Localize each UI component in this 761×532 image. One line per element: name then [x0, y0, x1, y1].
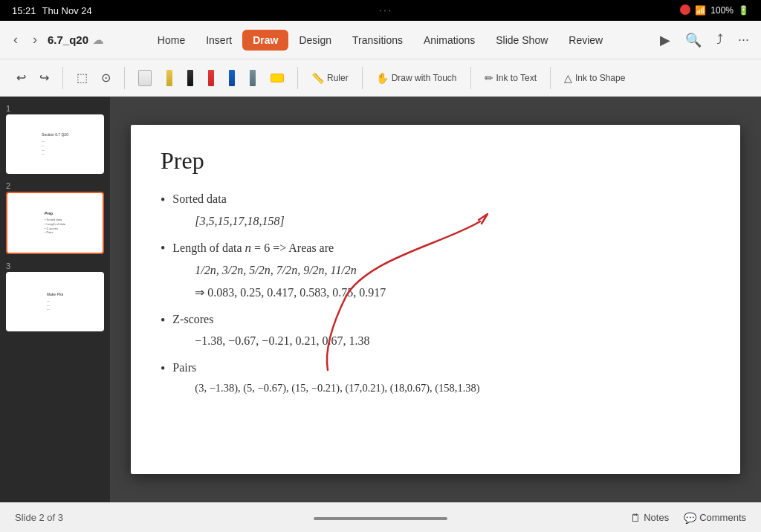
ruler-icon: 📏 [311, 72, 324, 84]
slide-thumb-1-text: Section 6.7 Q20 ———— [39, 129, 71, 158]
date-display: Thu Nov 24 [42, 5, 92, 16]
redo-icon: ↪ [39, 71, 49, 85]
pencil-icon [166, 70, 172, 86]
status-bar: 15:21 Thu Nov 24 ··· 📶 100% 🔋 [0, 0, 761, 21]
draw-toolbar: ↩ ↪ ⬚ ⊙ 📏 Ruler ✋ Dr [0, 59, 761, 97]
tab-slideshow[interactable]: Slide Show [485, 30, 558, 51]
undo-button[interactable]: ↩ [12, 68, 30, 88]
slide-num-2: 2 [6, 181, 10, 190]
slide-num-3: 3 [6, 262, 10, 270]
slide-body: • Sorted data [3,5,15,17,18,158] • Lengt… [161, 189, 710, 398]
draw-with-touch-button[interactable]: ✋ Draw with Touch [372, 69, 462, 87]
bullet-dot-4: • [161, 358, 165, 380]
sorted-data-label: Sorted data [172, 192, 226, 205]
zscores-math: −1.38, −0.67, −0.21, 0.21, 0.67, 1.38 [195, 331, 369, 351]
ink-shape-icon: △ [564, 72, 572, 84]
red-pen-icon [208, 70, 214, 86]
touch-icon: ✋ [376, 72, 389, 84]
tab-draw[interactable]: Draw [242, 30, 288, 51]
red-pen-tool[interactable] [204, 67, 218, 89]
time-display: 15:21 [12, 5, 36, 16]
divider-1 [62, 67, 63, 89]
length-math-2: ⇒ 0.083, 0.25, 0.417, 0.583, 0.75, 0.917 [195, 283, 386, 302]
length-equals: = 6 => Areas are [251, 241, 334, 254]
share-button[interactable]: ⤴ [713, 29, 726, 51]
bottom-right: 🗒 Notes 💬 Comments [630, 512, 746, 524]
undo-icon: ↩ [16, 71, 26, 85]
tab-home[interactable]: Home [147, 30, 195, 51]
notes-button[interactable]: 🗒 Notes [630, 512, 669, 524]
slide-panel: 1 Section 6.7 Q20 ———— 2 Prep • Sorted d… [0, 97, 110, 502]
selection-icon: ⬚ [77, 71, 88, 85]
tab-design[interactable]: Design [288, 30, 342, 51]
pairs-label: Pairs [172, 361, 196, 374]
tab-transitions[interactable]: Transitions [342, 30, 413, 51]
play-button[interactable]: ▶ [657, 29, 673, 51]
pairs-math: (3, −1.38), (5, −0.67), (15, −0.21), (17… [195, 380, 479, 397]
pencil-tool[interactable] [162, 67, 177, 89]
bullet-dot-3: • [161, 310, 165, 331]
slide-thumb-3[interactable]: Make Plot ——— [6, 272, 104, 331]
cloud-icon: ☁ [93, 34, 103, 46]
slide-num-1: 1 [6, 104, 10, 113]
more-button[interactable]: ··· [735, 29, 752, 51]
slide-thumb-2[interactable]: Prep • Sorted data• Length of data• Z-sc… [6, 192, 104, 254]
slide-title: Prep [161, 147, 710, 175]
comments-icon: 💬 [684, 512, 696, 524]
tab-insert[interactable]: Insert [195, 30, 242, 51]
comments-button[interactable]: 💬 Comments [684, 512, 746, 524]
redo-button[interactable]: ↪ [35, 68, 54, 88]
bullet-dot-1: • [161, 189, 165, 211]
bullet-length: • Length of data n = 6 => Areas are 1/2n… [161, 238, 710, 302]
scroll-indicator [314, 517, 447, 520]
black-pen-icon [187, 70, 193, 86]
main-area: 1 Section 6.7 Q20 ———— 2 Prep • Sorted d… [0, 97, 761, 502]
slide-canvas-area: Prep • Sorted data [3,5,15,17,18,158] • … [110, 97, 761, 502]
slide-indicator: Slide 2 of 3 [15, 512, 63, 523]
lasso-tool[interactable]: ⊙ [97, 68, 115, 88]
slide-thumb-2-text: Prep • Sorted data• Length of data• Z-sc… [42, 208, 68, 237]
white-pen-tool[interactable] [134, 67, 156, 89]
blue-pen-icon [229, 70, 235, 86]
length-math-1: 1/2n, 3/2n, 5/2n, 7/2n, 9/2n, 11/2n [195, 261, 386, 280]
bullet-dot-2: • [161, 238, 165, 259]
grey-pen-tool[interactable] [245, 67, 260, 89]
forward-button[interactable]: › [28, 29, 42, 51]
ink-text-icon: ✏ [485, 72, 493, 84]
bottom-bar: Slide 2 of 3 🗒 Notes 💬 Comments [0, 502, 761, 532]
grey-pen-icon [250, 70, 256, 86]
blue-pen-tool[interactable] [224, 67, 239, 89]
zscores-label: Z-scores [172, 313, 213, 325]
ink-to-shape-button[interactable]: △ Ink to Shape [560, 69, 629, 87]
bullet-zscores: • Z-scores −1.38, −0.67, −0.21, 0.21, 0.… [161, 310, 710, 351]
divider-4 [362, 67, 363, 89]
divider-2 [124, 67, 125, 89]
slide-thumb-3-text: Make Plot ——— [44, 289, 66, 314]
back-button[interactable]: ‹ [9, 29, 22, 51]
battery-icon: 🔋 [738, 5, 749, 16]
divider-6 [550, 67, 551, 89]
black-pen-tool[interactable] [183, 67, 198, 89]
lasso-icon: ⊙ [101, 71, 111, 85]
search-icon-button[interactable]: 🔍 [682, 29, 705, 51]
sorted-data-math: [3,5,15,17,18,158] [195, 212, 284, 231]
highlighter-icon [271, 74, 284, 82]
status-dots: ··· [379, 5, 393, 16]
notes-label: Notes [644, 512, 669, 523]
tab-review[interactable]: Review [558, 30, 613, 51]
highlighter-tool[interactable] [266, 71, 288, 85]
length-label: Length of data [172, 241, 245, 254]
slide-main: Prep • Sorted data [3,5,15,17,18,158] • … [131, 125, 740, 474]
divider-3 [297, 67, 298, 89]
main-toolbar: ‹ › 6.7_q20 ☁ Home Insert Draw Design Tr… [0, 21, 761, 59]
battery-display: 100% [710, 5, 734, 16]
comments-label: Comments [699, 512, 746, 523]
ruler-button[interactable]: 📏 Ruler [307, 69, 353, 87]
menu-tabs: Home Insert Draw Design Transitions Anim… [147, 30, 613, 51]
file-name: 6.7_q20 [48, 33, 88, 46]
bullet-sorted-data: • Sorted data [3,5,15,17,18,158] [161, 189, 710, 230]
tab-animations[interactable]: Animations [413, 30, 485, 51]
slide-thumb-1[interactable]: Section 6.7 Q20 ———— [6, 114, 104, 174]
ink-to-text-button[interactable]: ✏ Ink to Text [480, 69, 541, 87]
selection-tool[interactable]: ⬚ [72, 68, 92, 88]
